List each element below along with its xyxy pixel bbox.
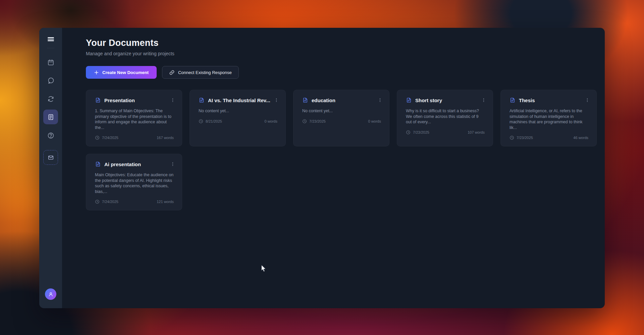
document-preview: Why is it so difficult to start a busine… [406, 108, 485, 125]
document-title: Short story [415, 97, 480, 103]
card-header: Ai presentation [95, 161, 174, 168]
document-title: AI vs. The Industrial Rev... [208, 97, 273, 103]
card-header: Thesis [509, 97, 588, 104]
document-card[interactable]: education No content yet... 7/23/2025 0 … [293, 90, 389, 146]
mail-icon [48, 154, 54, 161]
card-footer: 7/24/2025 167 words [95, 135, 174, 140]
clock-icon [95, 135, 100, 140]
card-header: Presentation [95, 97, 174, 104]
main-content: Your Documents Manage and organize your … [62, 28, 605, 308]
sidebar-divider [47, 48, 54, 48]
clock-icon [95, 199, 100, 204]
document-word-count: 46 words [573, 136, 588, 140]
document-icon [406, 97, 412, 103]
kebab-icon [585, 97, 590, 103]
document-icon [95, 97, 101, 103]
document-word-count: 121 words [157, 200, 174, 204]
app-window: Your Documents Manage and organize your … [39, 28, 605, 308]
card-menu-button[interactable] [480, 97, 487, 104]
card-footer: 7/23/2025 107 words [406, 130, 485, 135]
kebab-icon [170, 97, 175, 103]
kebab-icon [481, 97, 486, 103]
create-new-document-button[interactable]: Create New Document [86, 66, 157, 79]
document-card[interactable]: Presentation 1. Summary of Main Objectiv… [86, 90, 182, 146]
card-header: AI vs. The Industrial Rev... [199, 97, 277, 104]
document-date: 7/24/2025 [102, 200, 118, 204]
kebab-icon [170, 161, 175, 167]
page-subtitle: Manage and organize your writing project… [86, 51, 597, 56]
document-preview: 1. Summary of Main Objectives: The prima… [95, 108, 174, 130]
document-date: 7/23/2025 [413, 130, 429, 134]
document-title: education [312, 97, 376, 103]
sync-icon [47, 95, 54, 103]
document-date: 7/24/2025 [102, 136, 118, 140]
clock-icon [302, 119, 307, 124]
page-title: Your Documents [86, 38, 597, 48]
document-word-count: 167 words [157, 136, 174, 140]
hamburger-menu-button[interactable] [44, 32, 57, 46]
plus-icon [94, 70, 99, 75]
card-menu-button[interactable] [584, 97, 591, 104]
documents-grid: Presentation 1. Summary of Main Objectiv… [86, 90, 597, 210]
connect-existing-response-label: Connect Existing Response [178, 70, 232, 75]
document-date: 7/23/2025 [517, 136, 533, 140]
document-title: Presentation [104, 97, 169, 103]
desktop-wallpaper: Your Documents Manage and organize your … [0, 0, 644, 335]
card-menu-button[interactable] [169, 161, 176, 168]
sidebar-item-sync[interactable] [44, 92, 57, 106]
card-menu-button[interactable] [273, 97, 280, 104]
toolbar: Create New Document Connect Existing Res… [86, 66, 597, 79]
user-avatar[interactable] [45, 288, 56, 300]
document-card[interactable]: AI vs. The Industrial Rev... No content … [190, 90, 286, 146]
kebab-icon [274, 97, 279, 103]
card-footer: 7/24/2025 121 words [95, 199, 174, 204]
card-footer: 8/21/2025 0 words [199, 119, 277, 124]
document-word-count: 0 words [264, 119, 277, 123]
card-footer: 7/23/2025 46 words [509, 135, 588, 140]
clock-icon [406, 130, 411, 135]
document-word-count: 107 words [468, 130, 485, 134]
hamburger-icon [48, 37, 54, 42]
document-preview: Artificial Intelligence, or AI, refers t… [509, 108, 588, 130]
card-header: Short story [406, 97, 485, 104]
sidebar-item-help[interactable] [44, 129, 57, 142]
document-icon [199, 97, 205, 103]
card-header: education [302, 97, 381, 104]
sidebar-item-documents[interactable] [43, 110, 58, 124]
document-preview: No content yet... [302, 108, 381, 114]
document-date: 7/23/2025 [309, 119, 326, 123]
kebab-icon [378, 97, 382, 103]
help-icon [47, 132, 54, 139]
document-word-count: 0 words [368, 119, 381, 123]
document-icon [95, 161, 101, 167]
document-title: Thesis [519, 97, 584, 103]
sidebar [39, 28, 62, 308]
chat-icon [47, 77, 54, 84]
connect-existing-response-button[interactable]: Connect Existing Response [162, 66, 239, 79]
calendar-icon [47, 59, 54, 66]
clock-icon [509, 135, 514, 140]
create-new-document-label: Create New Document [102, 70, 149, 75]
card-menu-button[interactable] [376, 97, 384, 104]
link-icon [169, 70, 175, 75]
user-icon [48, 291, 54, 297]
sidebar-item-calendar[interactable] [44, 56, 57, 69]
document-icon [509, 97, 516, 103]
document-icon [302, 97, 308, 103]
documents-icon [47, 114, 54, 121]
document-card[interactable]: Ai presentation Main Objectives: Educate… [86, 154, 182, 210]
document-preview: Main Objectives: Educate the audience on… [95, 172, 174, 194]
sidebar-item-chat[interactable] [44, 74, 57, 87]
sidebar-item-inbox[interactable] [43, 150, 58, 165]
document-card[interactable]: Thesis Artificial Intelligence, or AI, r… [500, 90, 597, 146]
clock-icon [199, 119, 203, 124]
card-menu-button[interactable] [169, 97, 176, 104]
card-footer: 7/23/2025 0 words [302, 119, 381, 124]
document-date: 8/21/2025 [206, 119, 222, 123]
document-preview: No content yet... [199, 108, 277, 114]
document-title: Ai presentation [104, 161, 169, 167]
document-card[interactable]: Short story Why is it so difficult to st… [397, 90, 493, 146]
